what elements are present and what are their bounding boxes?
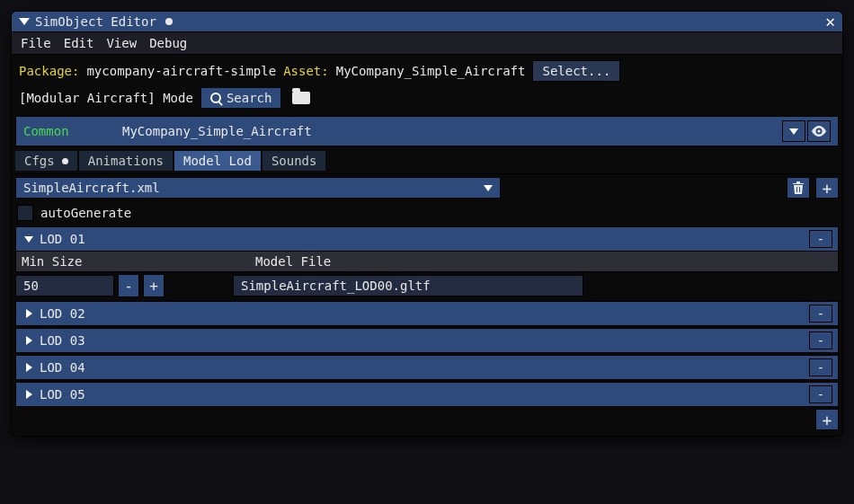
svg-rect-1: [796, 187, 797, 192]
autogenerate-checkbox[interactable]: [17, 205, 33, 221]
remove-lod-button[interactable]: -: [809, 230, 832, 248]
search-icon: [210, 93, 221, 103]
remove-lod-button[interactable]: -: [809, 305, 832, 323]
tab-sounds[interactable]: Sounds: [262, 151, 326, 171]
delete-file-button[interactable]: [787, 177, 810, 199]
package-asset-row: Package: mycompany-aircraft-simple Asset…: [12, 55, 842, 87]
file-row: SimpleAircraft.xml +: [12, 174, 842, 201]
titlebar[interactable]: SimObject Editor ✕: [12, 12, 842, 32]
chevron-right-icon: [26, 309, 32, 318]
min-size-input[interactable]: 50: [15, 275, 114, 296]
add-file-button[interactable]: +: [815, 177, 839, 199]
chevron-down-icon: [789, 128, 798, 135]
lod-name: LOD 01: [40, 232, 85, 246]
package-value: mycompany-aircraft-simple: [86, 64, 276, 78]
chevron-down-icon: [484, 185, 493, 191]
tab-animations[interactable]: Animations: [79, 151, 173, 171]
lod-name: LOD 04: [40, 360, 85, 375]
menu-edit[interactable]: Edit: [64, 36, 94, 50]
search-button[interactable]: Search: [200, 87, 282, 109]
menubar: File Edit View Debug: [12, 32, 842, 55]
search-button-label: Search: [227, 91, 272, 105]
asset-label: Asset:: [283, 64, 329, 78]
remove-lod-button[interactable]: -: [809, 332, 832, 349]
select-asset-button[interactable]: Select...: [532, 60, 620, 82]
col-model-file: Model File: [250, 252, 838, 271]
mode-label: [Modular Aircraft] Mode: [19, 91, 193, 105]
lod-header-collapsed[interactable]: LOD 02-: [15, 301, 839, 326]
modified-dot-icon: [165, 18, 173, 25]
lod-header-01[interactable]: LOD 01 -: [15, 226, 839, 252]
lod-header-collapsed[interactable]: LOD 04-: [15, 355, 839, 380]
xml-file-dropdown[interactable]: SimpleAircraft.xml: [15, 177, 501, 199]
mode-search-row: [Modular Aircraft] Mode Search: [12, 87, 842, 114]
lod-values-row: 50 - + SimpleAircraft_LOD00.gltf: [15, 274, 839, 297]
menu-view[interactable]: View: [106, 36, 137, 50]
folder-icon[interactable]: [292, 92, 310, 104]
lod-header-collapsed[interactable]: LOD 03-: [15, 328, 839, 353]
collapse-window-icon[interactable]: [19, 18, 30, 25]
trash-icon: [792, 181, 805, 195]
package-label: Package:: [19, 64, 79, 78]
tab-model-lod[interactable]: Model Lod: [174, 151, 261, 171]
remove-lod-button[interactable]: -: [809, 385, 832, 403]
eye-icon: [811, 126, 827, 137]
tab-cfgs[interactable]: Cfgs: [15, 151, 77, 171]
chevron-right-icon: [26, 363, 32, 372]
common-asset-name: MyCompany_Simple_Aircraft: [122, 124, 312, 138]
lod-name: LOD 02: [40, 306, 85, 321]
tab-cfgs-label: Cfgs: [24, 154, 55, 168]
add-lod-button[interactable]: +: [815, 409, 839, 430]
menu-file[interactable]: File: [21, 36, 51, 50]
tabs: Cfgs Animations Model Lod Sounds: [12, 148, 842, 174]
close-icon[interactable]: ✕: [825, 15, 835, 28]
common-label: Common: [23, 124, 122, 138]
asset-value: MyCompany_Simple_Aircraft: [336, 64, 526, 78]
common-header[interactable]: Common MyCompany_Simple_Aircraft: [15, 116, 839, 146]
lod-header-collapsed[interactable]: LOD 05-: [15, 382, 839, 407]
svg-rect-2: [799, 187, 800, 192]
min-size-increment-button[interactable]: +: [143, 274, 165, 297]
chevron-down-icon: [24, 236, 33, 243]
window-title: SimObject Editor: [35, 14, 156, 29]
col-min-size: Min Size: [16, 252, 250, 271]
min-size-decrement-button[interactable]: -: [118, 274, 139, 297]
modified-dot-icon: [62, 158, 68, 164]
autogenerate-row: autoGenerate: [12, 201, 842, 225]
autogenerate-label: autoGenerate: [40, 206, 131, 220]
lod-name: LOD 05: [40, 387, 85, 402]
lod-column-headers: Min Size Model File: [15, 252, 839, 272]
svg-point-0: [817, 129, 820, 132]
common-dropdown-button[interactable]: [782, 120, 805, 142]
lod-name: LOD 03: [40, 333, 85, 348]
simobject-editor-window: SimObject Editor ✕ File Edit View Debug …: [11, 11, 843, 437]
remove-lod-button[interactable]: -: [809, 358, 832, 376]
model-file-input[interactable]: SimpleAircraft_LOD00.gltf: [233, 275, 583, 296]
visibility-toggle-button[interactable]: [807, 120, 831, 142]
menu-debug[interactable]: Debug: [149, 36, 187, 50]
chevron-right-icon: [26, 390, 32, 399]
xml-file-value: SimpleAircraft.xml: [23, 181, 160, 195]
add-lod-row: +: [12, 407, 842, 436]
chevron-right-icon: [26, 336, 32, 345]
